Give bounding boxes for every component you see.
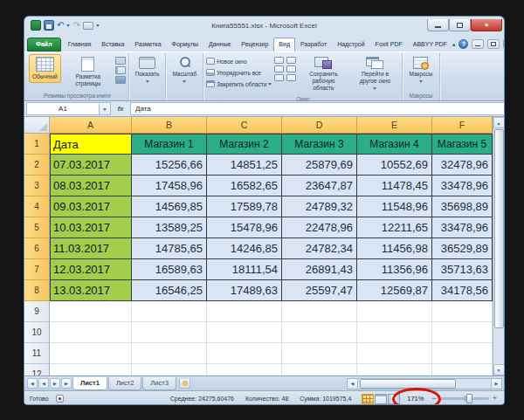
show-button[interactable]: Показать — [132, 54, 163, 87]
empty-cell[interactable] — [282, 301, 357, 322]
row-header-8[interactable]: 8 — [24, 280, 50, 301]
empty-cell[interactable] — [432, 322, 493, 343]
empty-cell[interactable] — [282, 343, 357, 364]
zoom-slider-track[interactable] — [440, 397, 489, 400]
value-cell[interactable]: 12211,65 — [357, 217, 432, 238]
split-icon[interactable] — [274, 57, 284, 64]
zoom-slider-thumb[interactable] — [466, 394, 472, 403]
value-cell[interactable]: 14246,85 — [207, 238, 282, 259]
cell-shop3-header[interactable]: Магазин 3 — [282, 134, 357, 155]
empty-cell[interactable] — [432, 301, 493, 322]
value-cell[interactable]: 23647,87 — [282, 176, 357, 196]
print-icon[interactable] — [83, 22, 93, 30]
date-cell[interactable]: 13.03.2017 — [50, 280, 132, 301]
empty-cell[interactable] — [357, 364, 432, 375]
column-header-b[interactable]: B — [132, 117, 207, 134]
date-cell[interactable]: 12.03.2017 — [50, 259, 132, 280]
date-cell[interactable]: 11.03.2017 — [50, 238, 132, 259]
date-cell[interactable]: 10.03.2017 — [50, 217, 132, 238]
close-button[interactable]: × — [471, 19, 502, 31]
save-workspace-button[interactable]: Сохранить рабочую область — [299, 54, 348, 93]
vertical-scroll-thumb[interactable] — [494, 129, 504, 328]
undo-dropdown-icon[interactable] — [66, 24, 70, 29]
cell-shop1-header[interactable]: Магазин 1 — [132, 134, 207, 155]
value-cell[interactable]: 11456,98 — [357, 238, 432, 259]
last-sheet-icon[interactable]: ▶ — [61, 378, 72, 389]
value-cell[interactable]: 36529,89 — [432, 238, 493, 259]
macros-button[interactable]: Макросы — [405, 54, 436, 87]
empty-cell[interactable] — [132, 364, 207, 375]
formula-input[interactable]: Дата — [130, 102, 504, 115]
cell-shop4-header[interactable]: Магазин 4 — [357, 134, 432, 155]
normal-view-shortcut-icon[interactable] — [362, 394, 374, 404]
value-cell[interactable]: 10552,69 — [357, 155, 432, 176]
unhide-icon[interactable] — [274, 74, 284, 81]
column-header-d[interactable]: D — [282, 117, 357, 134]
empty-cell[interactable] — [282, 364, 357, 375]
tab-file[interactable]: Файл — [27, 38, 61, 52]
value-cell[interactable]: 15478,96 — [207, 217, 282, 238]
value-cell[interactable]: 32478,96 — [432, 155, 493, 176]
value-cell[interactable]: 35698,89 — [432, 196, 493, 217]
tab-page-layout[interactable]: Разметка — [129, 38, 166, 52]
page-break-preview-icon[interactable] — [115, 57, 126, 65]
row-header-11[interactable]: 11 — [24, 343, 50, 364]
value-cell[interactable]: 17458,96 — [132, 176, 207, 196]
cell-shop5-header[interactable]: Магазин 5 — [432, 134, 493, 155]
sheet-tab-list2[interactable]: Лист2 — [108, 377, 141, 390]
value-cell[interactable]: 26891,43 — [282, 259, 357, 280]
value-cell[interactable]: 33478,96 — [432, 176, 493, 196]
name-box-dropdown[interactable] — [100, 102, 111, 115]
row-header-12[interactable]: 12 — [24, 364, 50, 375]
page-layout-view-button[interactable]: Разметка страницы — [64, 54, 113, 90]
empty-cell[interactable] — [432, 343, 493, 364]
qat-customize-icon[interactable] — [96, 24, 100, 29]
workbook-restore-button[interactable] — [487, 39, 500, 49]
value-cell[interactable]: 11478,45 — [357, 176, 432, 196]
excel-logo-icon[interactable] — [31, 20, 41, 31]
date-cell[interactable]: 08.03.2017 — [50, 176, 132, 196]
select-all-corner[interactable] — [24, 117, 50, 134]
value-cell[interactable]: 12569,87 — [357, 280, 432, 301]
empty-cell[interactable] — [132, 322, 207, 343]
row-header-10[interactable]: 10 — [24, 322, 50, 343]
full-screen-icon[interactable] — [115, 76, 126, 84]
workbook-close-button[interactable]: × — [503, 39, 505, 49]
value-cell[interactable]: 11356,96 — [357, 259, 432, 280]
empty-cell[interactable] — [207, 364, 282, 375]
macro-record-icon[interactable] — [56, 395, 64, 403]
value-cell[interactable]: 17489,63 — [207, 280, 282, 301]
empty-cell[interactable] — [282, 322, 357, 343]
row-header-5[interactable]: 5 — [24, 217, 50, 238]
row-header-7[interactable]: 7 — [24, 259, 50, 280]
value-cell[interactable]: 35713,63 — [432, 259, 493, 280]
tab-home[interactable]: Главная — [63, 38, 97, 52]
value-cell[interactable]: 25597,47 — [282, 280, 357, 301]
row-header-9[interactable]: 9 — [24, 301, 50, 322]
restore-button[interactable] — [449, 19, 471, 31]
column-header-e[interactable]: E — [357, 117, 432, 134]
horizontal-scrollbar[interactable]: ◀ ▶ — [347, 378, 502, 389]
synchronous-scrolling-icon[interactable] — [286, 65, 296, 72]
column-header-a[interactable]: A — [50, 117, 132, 134]
scroll-down-icon[interactable]: ▼ — [493, 364, 505, 375]
zoom-in-icon[interactable]: + — [493, 395, 497, 403]
tab-developer[interactable]: Разработ — [295, 38, 332, 52]
insert-worksheet-icon[interactable] — [179, 379, 190, 389]
insert-function-button[interactable]: fx — [111, 102, 130, 115]
empty-cell[interactable] — [50, 364, 132, 375]
value-cell[interactable]: 34178,56 — [432, 280, 493, 301]
horizontal-scroll-thumb[interactable] — [360, 379, 456, 389]
row-header-6[interactable]: 6 — [24, 238, 50, 259]
page-break-shortcut-icon[interactable] — [388, 394, 400, 404]
value-cell[interactable]: 17589,78 — [207, 196, 282, 217]
vertical-scrollbar[interactable]: ▲ ▼ — [493, 117, 504, 375]
value-cell[interactable]: 16582,65 — [207, 176, 282, 196]
hide-icon[interactable] — [274, 65, 284, 72]
name-box[interactable]: A1 — [26, 102, 100, 115]
tab-data[interactable]: Данные — [203, 38, 236, 52]
tab-insert[interactable]: Вставка — [96, 38, 129, 52]
empty-cell[interactable] — [207, 301, 282, 322]
row-header-1[interactable]: 1 — [24, 134, 50, 155]
cell-a1-date-header[interactable]: Дата — [50, 134, 132, 155]
